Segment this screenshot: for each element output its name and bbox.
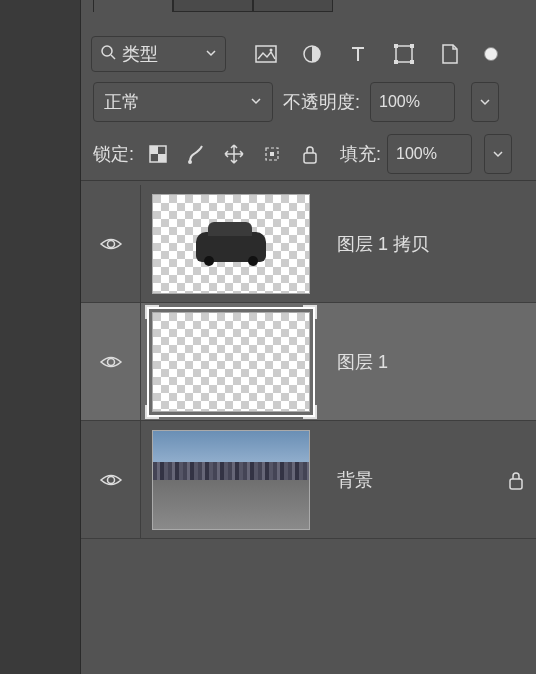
filter-text-icon[interactable] xyxy=(346,42,370,66)
blend-mode-select[interactable]: 正常 xyxy=(93,82,273,122)
svg-point-19 xyxy=(107,476,114,483)
svg-rect-11 xyxy=(150,146,158,154)
svg-rect-12 xyxy=(158,154,166,162)
svg-line-1 xyxy=(111,55,115,59)
lock-transparency-icon[interactable] xyxy=(146,142,170,166)
separator xyxy=(81,180,536,181)
layer-row[interactable]: 背景 xyxy=(81,421,536,539)
filter-icons xyxy=(254,42,498,66)
tab-paths[interactable] xyxy=(253,0,333,12)
visibility-toggle[interactable] xyxy=(81,421,141,538)
filter-smartobject-icon[interactable] xyxy=(438,42,462,66)
eye-icon xyxy=(99,468,123,492)
lock-row: 锁定: 填充: 100% xyxy=(81,128,536,180)
visibility-toggle[interactable] xyxy=(81,303,141,420)
filter-toggle[interactable] xyxy=(484,47,498,61)
layer-row[interactable]: 图层 1 xyxy=(81,303,536,421)
opacity-value: 100% xyxy=(379,93,420,111)
blend-row: 正常 不透明度: 100% xyxy=(81,76,536,128)
chevron-down-icon xyxy=(205,47,217,62)
fill-label: 填充: xyxy=(340,142,381,166)
layer-row[interactable]: 图层 1 拷贝 xyxy=(81,185,536,303)
layer-name[interactable]: 背景 xyxy=(337,468,496,492)
layer-name[interactable]: 图层 1 拷贝 xyxy=(337,232,536,256)
svg-rect-9 xyxy=(410,60,414,64)
opacity-label: 不透明度: xyxy=(283,90,360,114)
layer-lock-icon[interactable] xyxy=(496,470,536,490)
svg-rect-15 xyxy=(270,152,274,156)
opacity-dropdown[interactable] xyxy=(471,82,499,122)
layer-name[interactable]: 图层 1 xyxy=(337,350,536,374)
svg-point-18 xyxy=(107,358,114,365)
filter-adjustment-icon[interactable] xyxy=(300,42,324,66)
fill-value: 100% xyxy=(396,145,437,163)
layers-list: 图层 1 拷贝 图层 1 背景 xyxy=(81,185,536,539)
lock-artboard-icon[interactable] xyxy=(260,142,284,166)
svg-rect-5 xyxy=(396,46,412,62)
svg-point-0 xyxy=(102,46,112,56)
layers-panel: 类型 正常 xyxy=(80,0,536,674)
opacity-input[interactable]: 100% xyxy=(370,82,455,122)
filter-type-label: 类型 xyxy=(122,42,158,66)
svg-rect-16 xyxy=(304,153,316,163)
filter-image-icon[interactable] xyxy=(254,42,278,66)
layer-thumbnail[interactable] xyxy=(141,303,321,420)
tab-channels[interactable] xyxy=(173,0,253,12)
lock-paint-icon[interactable] xyxy=(184,142,208,166)
filter-type-select[interactable]: 类型 xyxy=(91,36,226,72)
svg-point-17 xyxy=(107,240,114,247)
fill-input[interactable]: 100% xyxy=(387,134,472,174)
chevron-down-icon xyxy=(250,95,262,110)
layer-thumbnail[interactable] xyxy=(141,421,321,538)
visibility-toggle[interactable] xyxy=(81,185,141,302)
eye-icon xyxy=(99,232,123,256)
lock-icons xyxy=(146,142,322,166)
blend-mode-value: 正常 xyxy=(104,90,140,114)
window-edge xyxy=(0,0,25,674)
lock-label: 锁定: xyxy=(93,142,134,166)
svg-point-13 xyxy=(188,160,192,164)
tab-layers[interactable] xyxy=(93,0,173,12)
panel-tabs xyxy=(93,0,536,12)
filter-row: 类型 xyxy=(81,32,536,76)
svg-point-3 xyxy=(270,49,273,52)
layer-thumbnail[interactable] xyxy=(141,185,321,302)
eye-icon xyxy=(99,350,123,374)
svg-rect-6 xyxy=(394,44,398,48)
lock-position-icon[interactable] xyxy=(222,142,246,166)
svg-rect-8 xyxy=(394,60,398,64)
search-icon xyxy=(100,44,116,64)
lock-all-icon[interactable] xyxy=(298,142,322,166)
svg-rect-7 xyxy=(410,44,414,48)
svg-rect-20 xyxy=(510,479,522,489)
fill-dropdown[interactable] xyxy=(484,134,512,174)
filter-shape-icon[interactable] xyxy=(392,42,416,66)
